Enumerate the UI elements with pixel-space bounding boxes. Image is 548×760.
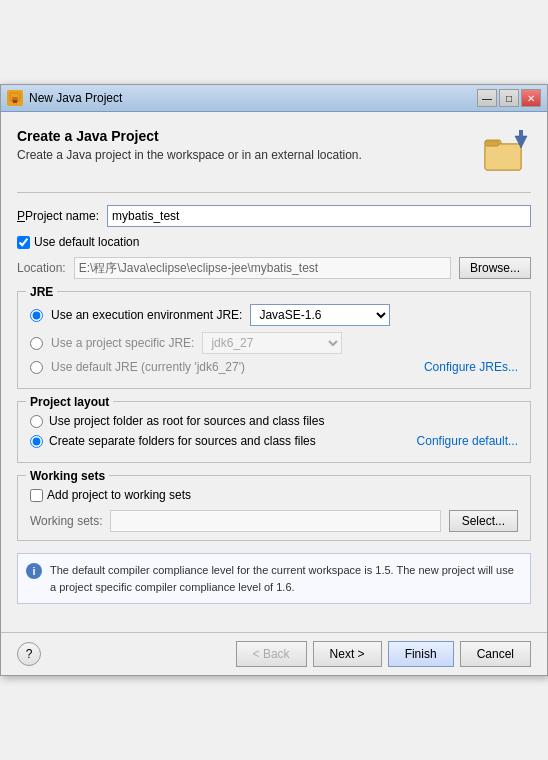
use-default-location-checkbox[interactable] — [17, 236, 30, 249]
layout-separate-radio[interactable] — [30, 435, 43, 448]
header-divider — [17, 192, 531, 193]
dialog-window: New Java Project — □ ✕ Create a Java Pro… — [0, 84, 548, 676]
dialog-title: Create a Java Project — [17, 128, 362, 144]
header-icon — [483, 128, 531, 176]
location-label: Location: — [17, 261, 66, 275]
add-working-sets-checkbox[interactable] — [30, 489, 43, 502]
svg-rect-5 — [485, 144, 521, 170]
title-bar-left: New Java Project — [7, 90, 122, 106]
browse-button[interactable]: Browse... — [459, 257, 531, 279]
svg-rect-8 — [519, 130, 523, 140]
project-name-row: PProject name: — [17, 205, 531, 227]
use-default-location-label[interactable]: Use default location — [34, 235, 139, 249]
project-layout-title: Project layout — [26, 395, 113, 409]
jre-env-label[interactable]: Use an execution environment JRE: — [51, 308, 242, 322]
jre-env-radio[interactable] — [30, 309, 43, 322]
jre-specific-radio[interactable] — [30, 337, 43, 350]
minimize-button[interactable]: — — [477, 89, 497, 107]
jre-section: JRE Use an execution environment JRE: Ja… — [17, 291, 531, 389]
location-row: Location: Browse... — [17, 257, 531, 279]
finish-button[interactable]: Finish — [388, 641, 454, 667]
info-icon: i — [26, 563, 42, 579]
jre-section-title: JRE — [26, 285, 57, 299]
project-layout-section: Project layout Use project folder as roo… — [17, 401, 531, 463]
jre-option2-row: Use a project specific JRE: jdk6_27 — [30, 332, 518, 354]
working-sets-content: Add project to working sets Working sets… — [30, 488, 518, 532]
layout-root-label[interactable]: Use project folder as root for sources a… — [49, 414, 324, 428]
back-button[interactable]: < Back — [236, 641, 307, 667]
working-sets-input[interactable] — [110, 510, 440, 532]
title-bar-buttons: — □ ✕ — [477, 89, 541, 107]
jre-content: Use an execution environment JRE: JavaSE… — [30, 304, 518, 374]
configure-jres-link[interactable]: Configure JREs... — [424, 360, 518, 374]
add-working-sets-row: Add project to working sets — [30, 488, 518, 502]
jre-default-radio[interactable] — [30, 361, 43, 374]
dialog-content: Create a Java Project Create a Java proj… — [1, 112, 547, 632]
project-name-input[interactable] — [107, 205, 531, 227]
layout-root-radio[interactable] — [30, 415, 43, 428]
svg-rect-6 — [485, 141, 499, 146]
working-sets-section: Working sets Add project to working sets… — [17, 475, 531, 541]
project-name-label: PProject name: — [17, 209, 99, 223]
restore-button[interactable]: □ — [499, 89, 519, 107]
cancel-button[interactable]: Cancel — [460, 641, 531, 667]
jre-specific-dropdown[interactable]: jdk6_27 — [202, 332, 342, 354]
info-text: The default compiler compliance level fo… — [50, 562, 522, 595]
help-button[interactable]: ? — [17, 642, 41, 666]
add-working-sets-label[interactable]: Add project to working sets — [47, 488, 191, 502]
layout-option2-row: Create separate folders for sources and … — [30, 434, 518, 448]
header-text: Create a Java Project Create a Java proj… — [17, 128, 362, 162]
java-icon — [7, 90, 23, 106]
project-layout-content: Use project folder as root for sources a… — [30, 414, 518, 448]
jre-option1-row: Use an execution environment JRE: JavaSE… — [30, 304, 518, 326]
layout-option1-row: Use project folder as root for sources a… — [30, 414, 518, 428]
dialog-subtitle: Create a Java project in the workspace o… — [17, 148, 362, 162]
jre-default-label[interactable]: Use default JRE (currently 'jdk6_27') — [51, 360, 245, 374]
use-default-location-row: Use default location — [17, 235, 531, 249]
location-input[interactable] — [74, 257, 451, 279]
nav-buttons: < Back Next > Finish Cancel — [236, 641, 531, 667]
working-sets-input-label: Working sets: — [30, 514, 102, 528]
working-sets-input-row: Working sets: Select... — [30, 510, 518, 532]
configure-default-link[interactable]: Configure default... — [417, 434, 518, 448]
svg-rect-2 — [13, 100, 17, 103]
select-button[interactable]: Select... — [449, 510, 518, 532]
header-section: Create a Java Project Create a Java proj… — [17, 128, 531, 176]
jre-env-dropdown[interactable]: JavaSE-1.6 JavaSE-1.7 JavaSE-1.8 — [250, 304, 390, 326]
layout-separate-label[interactable]: Create separate folders for sources and … — [49, 434, 316, 448]
window-title: New Java Project — [29, 91, 122, 105]
info-box: i The default compiler compliance level … — [17, 553, 531, 604]
working-sets-title: Working sets — [26, 469, 109, 483]
close-button[interactable]: ✕ — [521, 89, 541, 107]
next-button[interactable]: Next > — [313, 641, 382, 667]
jre-specific-label[interactable]: Use a project specific JRE: — [51, 336, 194, 350]
jre-option3-row: Use default JRE (currently 'jdk6_27') Co… — [30, 360, 518, 374]
title-bar: New Java Project — □ ✕ — [1, 85, 547, 112]
bottom-bar: ? < Back Next > Finish Cancel — [1, 632, 547, 675]
